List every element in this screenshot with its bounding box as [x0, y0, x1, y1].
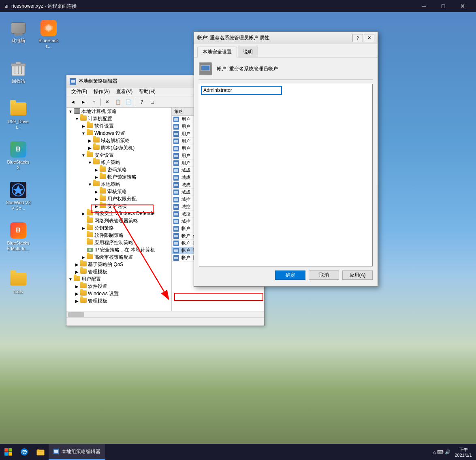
tree-toggle-cc[interactable]: ▼ — [74, 115, 80, 122]
gpo-scrollbar-h[interactable] — [66, 311, 264, 317]
clock[interactable]: 下午 2021/1/1 — [455, 447, 472, 458]
desktop-icon-this-pc[interactable]: 此电脑 — [4, 18, 32, 45]
start-button[interactable] — [0, 444, 16, 460]
tree-toggle[interactable]: ▼ — [67, 108, 74, 115]
tree-item-software-restrict[interactable]: ▶ 软件限制策略 — [66, 232, 171, 239]
props-close-btn[interactable]: ✕ — [364, 34, 374, 42]
tree-toggle-dns[interactable]: ▶ — [87, 137, 93, 144]
tree-label-uws: Windows 设置 — [88, 290, 119, 297]
toolbar-export[interactable]: 📄 — [124, 98, 133, 106]
tree-item-scripts[interactable]: ▶ 脚本(启动/关机) — [66, 144, 171, 151]
desktop-icon-tools[interactable]: tools — [4, 269, 32, 296]
minimize-btn[interactable]: ─ — [414, 0, 433, 12]
tree-item-applocker[interactable]: ▶ 应用程序控制策略 — [66, 239, 171, 246]
tree-item-pubkey[interactable]: ▶ 公钥策略 — [66, 224, 171, 232]
tree-item-lockout[interactable]: ▶ 帐户锁定策略 — [66, 173, 171, 181]
menu-file[interactable]: 文件(F) — [68, 87, 90, 96]
tree-item-audit[interactable]: ▶ 审核策略 — [66, 188, 171, 195]
folder-icon-pk — [87, 225, 93, 231]
tree-toggle-usw[interactable]: ▶ — [74, 283, 80, 290]
cancel-button[interactable]: 取消 — [309, 270, 339, 280]
desktop-icon-u59[interactable]: U59_Driver... — [4, 99, 32, 132]
tree-toggle-ap[interactable]: ▼ — [87, 159, 93, 166]
policy-icon-4 — [173, 138, 180, 145]
toolbar-forward[interactable]: ► — [79, 98, 88, 106]
toolbar-view[interactable]: □ — [147, 98, 157, 106]
tree-toggle-wd[interactable]: ▶ — [80, 210, 87, 217]
toolbar-properties[interactable]: 📋 — [113, 98, 123, 106]
tree-item-dns[interactable]: ▶ 域名解析策略 — [66, 137, 171, 144]
toolbar-up[interactable]: ↑ — [89, 98, 99, 106]
maximize-btn[interactable]: □ — [434, 0, 453, 12]
tree-item-admin-tmpl1[interactable]: ▶ 管理模板 — [66, 268, 171, 275]
tree-item-account-policy[interactable]: ▼ 帐户策略 — [66, 159, 171, 166]
tree-item-user-rights[interactable]: ▶ 用户权限分配 — [66, 195, 171, 202]
tree-item-windows-defender[interactable]: ▶ 高级安全 Windows Defende — [66, 210, 171, 217]
tree-label-ur: 用户权限分配 — [107, 196, 137, 202]
tree-toggle-uc[interactable]: ▼ — [67, 275, 74, 283]
tab-explain[interactable]: 说明 — [238, 47, 258, 57]
edge-button[interactable] — [16, 444, 32, 460]
tree-toggle-so[interactable]: ▶ — [93, 202, 100, 210]
svg-rect-35 — [174, 184, 178, 186]
tree-label-root: 本地计算机 策略 — [81, 108, 117, 115]
tree-item-security[interactable]: ▼ 安全设置 — [66, 151, 171, 159]
desktop-icon-bluestacksx[interactable]: B BlueStacks X — [4, 140, 32, 172]
tree-item-windows-settings[interactable]: ▼ Windows 设置 — [66, 130, 171, 137]
tree-toggle-pk[interactable]: ▶ — [80, 224, 87, 232]
folder-icon-al — [87, 239, 93, 246]
tree-item-net-list[interactable]: ▶ 网络列表管理器策略 — [66, 217, 171, 224]
tree-label-ws: Windows 设置 — [94, 130, 125, 137]
tree-item-security-options[interactable]: ▶ 安全选项 — [66, 202, 171, 210]
tree-toggle-sec[interactable]: ▼ — [80, 151, 87, 159]
svg-rect-17 — [174, 118, 178, 121]
props-help-btn[interactable]: ? — [352, 34, 363, 42]
tree-toggle-ws[interactable]: ▼ — [80, 130, 87, 137]
props-input-area[interactable] — [199, 84, 373, 266]
explorer-button[interactable] — [32, 444, 49, 460]
tree-toggle-qos[interactable]: ▶ — [74, 261, 80, 268]
policy-icon-6 — [173, 152, 180, 160]
menu-view[interactable]: 查看(V) — [113, 87, 136, 96]
tree-toggle-audit[interactable]: ▶ — [93, 188, 100, 195]
menu-help[interactable]: 帮助(H) — [136, 87, 159, 96]
ok-button[interactable]: 确定 — [275, 270, 305, 280]
policy-icon-17 — [173, 232, 180, 240]
desktop-icon-bluestacks1[interactable]: BlueStacks... — [34, 18, 63, 51]
tree-label-pk: 公钥策略 — [94, 225, 114, 232]
tree-item-local-policy[interactable]: ▼ 本地策略 — [66, 181, 171, 188]
tree-toggle-pp[interactable]: ▶ — [93, 166, 100, 173]
tab-explain-label: 说明 — [243, 49, 253, 55]
tree-toggle-uws[interactable]: ▶ — [74, 290, 80, 297]
tree-toggle-sw[interactable]: ▶ — [80, 122, 87, 130]
clock-date: 2021/1/1 — [455, 453, 472, 458]
titlebar-controls: ─ □ ✕ — [414, 0, 472, 12]
tree-toggle-at2[interactable]: ▶ — [74, 297, 80, 305]
tree-item-password-policy[interactable]: ▶ 密码策略 — [66, 166, 171, 173]
tree-item-software[interactable]: ▶ 软件设置 — [66, 122, 171, 130]
tree-item-ipsec[interactable]: ▶ IP 安全策略，在 本地计算机 — [66, 246, 171, 253]
toolbar-delete[interactable]: ✕ — [102, 98, 112, 106]
apply-button[interactable]: 应用(A) — [342, 270, 373, 280]
svg-rect-73 — [54, 450, 58, 453]
close-btn[interactable]: ✕ — [453, 0, 472, 12]
tree-toggle-ur[interactable]: ▶ — [93, 195, 100, 202]
tree-item-admin-tmpl2[interactable]: ▶ 管理模板 — [66, 297, 171, 305]
tree-item-computer-config[interactable]: ▼ 计算机配置 — [66, 115, 171, 122]
desktop-icon-starwind[interactable]: StarWind V2V Co... — [4, 180, 32, 213]
gpo-tree[interactable]: ▼ 本地计算机 策略 ▼ 计算机配置 ▶ 软件设置 ▼ W — [66, 108, 172, 311]
admin-name-input[interactable] — [201, 86, 282, 95]
bluestacks5-label: BlueStacks 5 Multi-In... — [6, 240, 31, 252]
toolbar-back[interactable]: ◄ — [68, 98, 78, 106]
folder-icon-ur — [100, 196, 106, 202]
svg-rect-39 — [174, 198, 178, 201]
tab-local-security[interactable]: 本地安全设置 — [197, 47, 237, 58]
menu-action[interactable]: 操作(A) — [90, 87, 113, 96]
desktop-icon-bluestacks5[interactable]: B BlueStacks 5 Multi-In... — [4, 221, 32, 253]
desktop-icon-recycle[interactable]: 回收站 — [4, 59, 32, 85]
taskbar-gpo-item[interactable]: 本地组策略编辑器 — [49, 444, 105, 460]
toolbar-help[interactable]: ? — [137, 98, 147, 106]
folder-icon-uws — [80, 290, 87, 297]
svg-rect-43 — [174, 213, 178, 215]
tree-toggle-lp[interactable]: ▼ — [87, 181, 93, 188]
